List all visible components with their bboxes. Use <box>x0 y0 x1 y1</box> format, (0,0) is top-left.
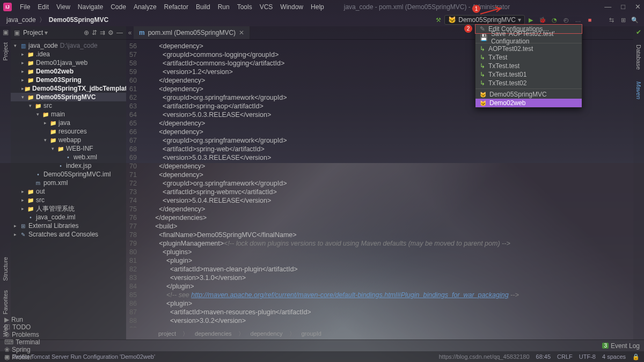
tree-item[interactable]: ▾▥java_codeD:\java_code <box>11 41 126 50</box>
tree-item[interactable]: ▾📁main <box>11 110 126 119</box>
menu-view[interactable]: View <box>53 3 74 11</box>
code-line[interactable]: <artifactId>maven-clean-plugin</artifact… <box>142 265 519 274</box>
bottom-spring[interactable]: ❀ Spring <box>4 346 40 353</box>
tree-item[interactable]: mpom.xml <box>11 179 126 187</box>
editor-crumb[interactable]: dependencies <box>195 330 232 337</box>
code-line[interactable]: </dependency> <box>142 205 519 213</box>
code-line[interactable]: <!-- see http://maven.apache.org/ref/cur… <box>142 291 519 299</box>
target-icon[interactable]: ⊕ <box>84 29 89 36</box>
code-line[interactable]: <dependency> <box>142 42 519 50</box>
code-line[interactable]: <version>5.0.4.RELEASE</version> <box>142 196 519 205</box>
tree-item[interactable]: ▸📁src <box>11 196 126 204</box>
project-tool-icon[interactable]: ▣ <box>3 28 9 36</box>
event-log-button[interactable]: 3Event Log <box>602 342 640 350</box>
menu-tools[interactable]: Tools <box>233 3 256 11</box>
code-line[interactable]: <pluginManagement><!-- lock down plugins… <box>142 239 519 248</box>
expand-icon[interactable]: ⇉ <box>100 29 105 36</box>
close-tab-icon[interactable]: ✕ <box>239 29 244 36</box>
menu-file[interactable]: File <box>16 3 34 11</box>
code-line[interactable]: <artifactId>maven-resources-plugin</arti… <box>142 308 519 316</box>
structure-vtab[interactable]: Structure <box>2 254 9 284</box>
tree-item[interactable]: ▸📁Demo02web <box>11 67 126 76</box>
tree-item[interactable]: ▾📁src <box>11 101 126 110</box>
stop-icon[interactable]: ■ <box>586 16 594 24</box>
code-line[interactable]: <artifactId>spring-webmvc</artifactId> <box>142 188 519 196</box>
tree-item[interactable]: ▸⊞External Libraries <box>11 221 126 230</box>
bottom-run[interactable]: ▶ Run <box>4 316 40 323</box>
maven-vtab[interactable]: Maven <box>635 78 642 102</box>
maximize-icon[interactable]: □ <box>621 3 625 11</box>
code-line[interactable]: <version>5.0.3.RELEASE</version> <box>142 153 519 162</box>
code-line[interactable]: <plugin> <box>142 256 519 265</box>
tree-item[interactable]: •Demo05SpringMVC.iml <box>11 170 126 179</box>
code-line[interactable]: <version>3.0.2</version> <box>142 316 519 325</box>
menu-refactor[interactable]: Refactor <box>160 3 192 11</box>
editor-tab[interactable]: m pom.xml (Demo05SpringMVC) ✕ <box>134 26 250 39</box>
popup-run-item[interactable]: ↳TxTest <box>475 53 582 62</box>
code-line[interactable]: <groupId>org.springframework</groupId> <box>142 93 519 102</box>
code-line[interactable]: <groupId>org.springframework</groupId> <box>142 179 519 188</box>
popup-run-item[interactable]: ↳TxTest.test <box>475 62 582 70</box>
find-icon[interactable]: … <box>574 16 582 24</box>
menu-run[interactable]: Run <box>214 3 233 11</box>
menu-edit[interactable]: Edit <box>34 3 53 11</box>
menu-code[interactable]: Code <box>107 3 130 11</box>
tree-item[interactable]: ▸✎Scratches and Consoles <box>11 230 126 239</box>
debug-icon[interactable]: 🐞 <box>538 16 547 24</box>
coverage-icon[interactable]: ◔ <box>550 16 559 24</box>
project-tree[interactable]: ▾▥java_codeD:\java_code▸📁.idea▸📁Demo01ja… <box>11 40 126 339</box>
menu-help[interactable]: Help <box>307 3 328 11</box>
popup-run-item[interactable]: ↳TxTest.test01 <box>475 70 582 79</box>
minimize-icon[interactable]: — <box>604 3 611 11</box>
bottom-problems[interactable]: ⊘ Problems <box>4 331 40 338</box>
tree-item[interactable]: ▾📁WEB-INF <box>11 144 126 153</box>
tree-item[interactable]: ▸📁Demo01java_web <box>11 58 126 67</box>
play-icon[interactable]: ▶ <box>526 16 535 24</box>
code-line[interactable]: <artifactId>spring-aop</artifactId> <box>142 102 519 110</box>
code-line[interactable]: </dependency> <box>142 76 519 85</box>
tree-item[interactable]: ▸📁人事管理系统 <box>11 204 126 213</box>
code-line[interactable]: <dependency> <box>142 85 519 93</box>
hide-icon[interactable]: — <box>116 29 123 36</box>
editor-crumb[interactable]: groupId <box>302 330 321 337</box>
menu-window[interactable]: Window <box>276 3 307 11</box>
editor-crumb[interactable]: dependency <box>251 330 283 337</box>
code-line[interactable]: </plugin> <box>142 282 519 291</box>
bottom-terminal[interactable]: ⌨ Terminal <box>4 338 40 346</box>
tree-item[interactable]: ▸📁out <box>11 187 126 196</box>
structure-icon[interactable]: ⊞ <box>619 16 627 24</box>
chevron-down-icon[interactable]: ▾ <box>45 29 48 36</box>
tree-item[interactable]: ▸📁Demo04SpringTX_jdbcTemplate <box>11 84 126 93</box>
editor-breadcrumb[interactable]: project〉dependencies〉dependency〉groupId <box>126 328 633 339</box>
menu-navigate[interactable]: Navigate <box>74 3 107 11</box>
code-line[interactable]: </dependencies> <box>142 213 519 222</box>
tree-item[interactable]: ▸📁java <box>11 119 126 127</box>
popup-web-item-selected[interactable]: 🐱Demo02web <box>475 99 582 107</box>
run-config-selector[interactable]: 🐱 Demo05SpringMVC ▾ <box>444 15 525 25</box>
popup-run-item[interactable]: ↳TxTest.test02 <box>475 79 582 87</box>
status-icon[interactable]: ▣ <box>4 353 10 360</box>
breadcrumb-leaf[interactable]: Demo05SpringMVC <box>46 15 112 25</box>
close-icon[interactable]: ✕ <box>635 3 641 11</box>
tree-item[interactable]: •index.jsp <box>11 161 126 170</box>
code-line[interactable]: <version>1.2</version> <box>142 68 519 76</box>
popup-web-item[interactable]: 🐱Demo05SpringMVC <box>475 90 582 99</box>
menu-build[interactable]: Build <box>192 3 214 11</box>
menu-analyze[interactable]: Analyze <box>130 3 160 11</box>
favorites-vtab[interactable]: Favorites <box>2 287 9 317</box>
code-line[interactable]: </dependency> <box>142 162 519 171</box>
tree-item[interactable]: ▸📁.idea <box>11 50 126 58</box>
gear-icon[interactable]: ⚙ <box>108 29 114 36</box>
breadcrumb-root[interactable]: java_code <box>3 15 39 25</box>
code-line[interactable]: <artifactId>commons-logging</artifactId> <box>142 59 519 68</box>
tree-item[interactable]: 📁resources <box>11 127 126 136</box>
collapse-icon[interactable]: ⇵ <box>92 29 97 36</box>
code-line[interactable]: <build> <box>142 222 519 231</box>
tree-item[interactable]: ▾📁Demo05SpringMVC <box>11 93 126 101</box>
tree-item[interactable]: •web.xml <box>11 153 126 161</box>
code-line[interactable]: <artifactId>spring-web</artifactId> <box>142 145 519 153</box>
profile-icon[interactable]: ◴ <box>562 16 570 24</box>
code-line[interactable]: <finalName>Demo05SpringMVC</finalName> <box>142 231 519 239</box>
bottom-todo[interactable]: ☑ TODO <box>4 323 40 331</box>
code-line[interactable]: <groupId>commons-logging</groupId> <box>142 50 519 59</box>
